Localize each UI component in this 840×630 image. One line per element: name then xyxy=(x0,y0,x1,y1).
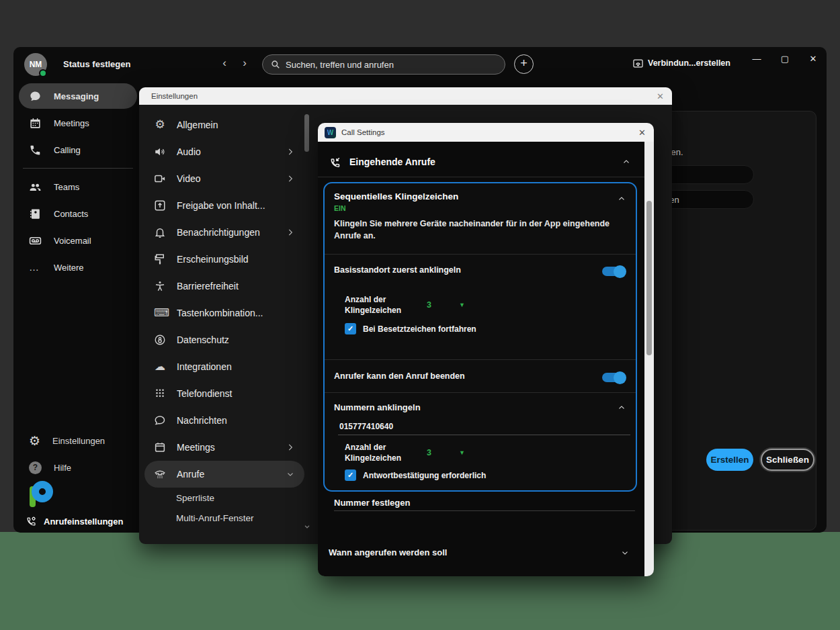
privacy-icon xyxy=(154,334,166,346)
base-location-toggle[interactable] xyxy=(602,267,625,276)
screen-share-icon xyxy=(633,59,643,68)
create-button[interactable]: Erstellen xyxy=(706,449,753,471)
dialpad-icon xyxy=(154,388,166,400)
chevron-up-icon[interactable] xyxy=(617,403,626,412)
scrollbar-thumb[interactable] xyxy=(646,201,652,355)
dropdown-caret-icon[interactable]: ▼ xyxy=(459,302,465,308)
message-icon xyxy=(154,414,166,426)
settings-nav-scrollbar[interactable] xyxy=(304,110,310,537)
settings-nav-sperrliste[interactable]: Sperrliste xyxy=(144,488,304,508)
settings-dialog-titlebar[interactable]: Einstellungen ✕ xyxy=(139,87,672,105)
call-settings-scrollbar[interactable] xyxy=(644,142,654,576)
settings-nav-freigabe[interactable]: Freigabe von Inhalt... xyxy=(144,192,304,219)
checkbox-checked-icon[interactable]: ✓ xyxy=(345,469,356,481)
scroll-down-icon[interactable] xyxy=(303,521,311,529)
sequential-ring-card[interactable]: Sequentielles Klingelzeichen EIN Klingel… xyxy=(323,182,637,492)
sidebar-item-settings[interactable]: ⚙ Einstellungen xyxy=(19,429,137,453)
incoming-calls-section-header[interactable]: Eingehende Anrufe xyxy=(329,148,631,175)
sequential-ring-title: Sequentielles Klingelzeichen xyxy=(334,191,458,201)
settings-nav-audio[interactable]: Audio xyxy=(144,138,304,165)
nav-label: Integrationen xyxy=(177,361,232,372)
sidebar-divider xyxy=(23,168,133,169)
checkbox-checked-icon[interactable]: ✓ xyxy=(345,323,356,334)
search-icon xyxy=(271,60,280,69)
set-number-field[interactable]: Nummer festlegen xyxy=(334,498,410,508)
close-icon[interactable]: ✕ xyxy=(638,128,646,138)
settings-nav-integrationen[interactable]: ☁ Integrationen xyxy=(144,353,304,380)
call-settings-titlebar[interactable]: W Call Settings ✕ xyxy=(318,123,654,142)
status-set-button[interactable]: Status festlegen xyxy=(63,59,130,69)
sidebar-item-contacts[interactable]: Contacts xyxy=(19,201,137,226)
maximize-button[interactable]: ▢ xyxy=(778,54,792,64)
sidebar-item-teams[interactable]: Teams xyxy=(19,174,137,199)
settings-nav-benachrichtigungen[interactable]: Benachrichtigungen xyxy=(144,219,304,246)
cloud-icon: ☁ xyxy=(154,361,166,373)
sidebar-item-label: Teams xyxy=(54,182,79,192)
ring-count-label: Anzahl der Klingelzeichen xyxy=(345,295,420,316)
webex-logo-icon: W xyxy=(325,127,336,138)
settings-nav-nachrichten[interactable]: Nachrichten xyxy=(144,407,304,434)
caller-end-toggle[interactable] xyxy=(602,373,625,382)
base-location-label: Basisstandort zuerst anklingeln xyxy=(334,265,461,275)
settings-nav-multi-anruf-fenster[interactable]: Multi-Anruf-Fenster xyxy=(144,508,304,528)
close-button[interactable]: ✕ xyxy=(806,54,820,64)
settings-nav-anrufe[interactable]: Anrufe xyxy=(144,461,304,488)
answer-confirm-label: Antwortbestätigung erforderlich xyxy=(363,471,486,480)
settings-dialog-title: Einstellungen xyxy=(151,92,198,100)
answer-confirm-row[interactable]: ✓ Antwortbestätigung erforderlich xyxy=(345,469,486,481)
chevron-up-icon xyxy=(622,157,631,167)
settings-nav-barrierefreiheit[interactable]: Barrierefreiheit xyxy=(144,273,304,300)
settings-nav-video[interactable]: Video xyxy=(144,165,304,192)
chevron-up-icon[interactable] xyxy=(617,194,626,204)
plus-button[interactable]: + xyxy=(514,54,534,74)
toggle-knob xyxy=(614,371,626,384)
keyboard-icon: ⌨ xyxy=(154,307,166,319)
scrollbar-thumb[interactable] xyxy=(304,114,309,152)
incoming-call-icon xyxy=(329,156,341,169)
settings-nav-datenschutz[interactable]: Datenschutz xyxy=(144,326,304,353)
sidebar-item-label: Calling xyxy=(54,145,81,155)
nav-label: Freigabe von Inhalt... xyxy=(177,200,265,211)
sidebar-item-meetings[interactable]: Meetings xyxy=(19,110,137,136)
settings-nav-telefondienst[interactable]: Telefondienst xyxy=(144,380,304,407)
voicemail-icon xyxy=(29,234,42,247)
when-called-section-header[interactable]: Wann angerufen werden soll xyxy=(329,547,630,557)
ring-count-label: Anzahl der Klingelzeichen xyxy=(345,443,420,463)
close-icon[interactable]: ✕ xyxy=(657,91,664,101)
dropdown-caret-icon[interactable]: ▼ xyxy=(459,449,465,456)
sidebar-item-calling[interactable]: Calling xyxy=(19,137,137,163)
connect-device-button[interactable]: Verbindun...erstellen xyxy=(633,58,730,68)
sidebar-item-more[interactable]: … Weitere xyxy=(19,255,137,280)
call-settings-dialog: W Call Settings ✕ Eingehende Anrufe Sequ… xyxy=(318,123,654,576)
settings-nav-allgemein[interactable]: ⚙ Allgemein xyxy=(144,111,304,138)
ring-count-value[interactable]: 3 xyxy=(427,448,431,457)
gear-icon: ⚙ xyxy=(29,435,40,447)
divider xyxy=(318,177,644,177)
speaker-icon xyxy=(154,146,166,158)
ring-count-value[interactable]: 3 xyxy=(427,300,431,310)
sidebar: Messaging Meetings Calling Teams xyxy=(13,82,142,281)
toggle-knob xyxy=(614,265,626,278)
chevron-right-icon xyxy=(286,443,295,452)
busy-continue-row[interactable]: ✓ Bei Besetztzeichen fortfahren xyxy=(345,323,476,334)
sidebar-item-help[interactable]: ? Hilfe xyxy=(19,455,137,480)
nav-label: Nachrichten xyxy=(177,415,227,426)
search-input[interactable]: Suchen, treffen und anrufen xyxy=(262,54,505,75)
chat-icon xyxy=(29,90,42,103)
phone-number-field[interactable]: 015777410640 xyxy=(339,422,393,431)
back-icon[interactable]: ‹ xyxy=(217,56,232,70)
sidebar-item-voicemail[interactable]: Voicemail xyxy=(19,228,137,253)
dialog-close-button[interactable]: Schließen xyxy=(761,449,814,471)
settings-nav-tastenkombination[interactable]: ⌨ Tastenkombination... xyxy=(144,300,304,326)
forward-icon[interactable]: › xyxy=(237,56,252,70)
settings-nav-meetings[interactable]: Meetings xyxy=(144,434,304,461)
sidebar-item-messaging[interactable]: Messaging xyxy=(19,83,137,109)
when-called-label: Wann angerufen werden soll xyxy=(329,547,447,557)
settings-nav-erscheinungsbild[interactable]: Erscheinungsbild xyxy=(144,246,304,273)
brush-icon xyxy=(154,253,166,265)
chevron-right-icon xyxy=(286,147,295,156)
minimize-button[interactable]: — xyxy=(750,54,763,64)
nav-label: Erscheinungsbild xyxy=(177,254,249,265)
nav-label: Anrufe xyxy=(177,469,204,480)
call-settings-shortcut[interactable]: Anrufeinstellungen xyxy=(13,510,142,533)
